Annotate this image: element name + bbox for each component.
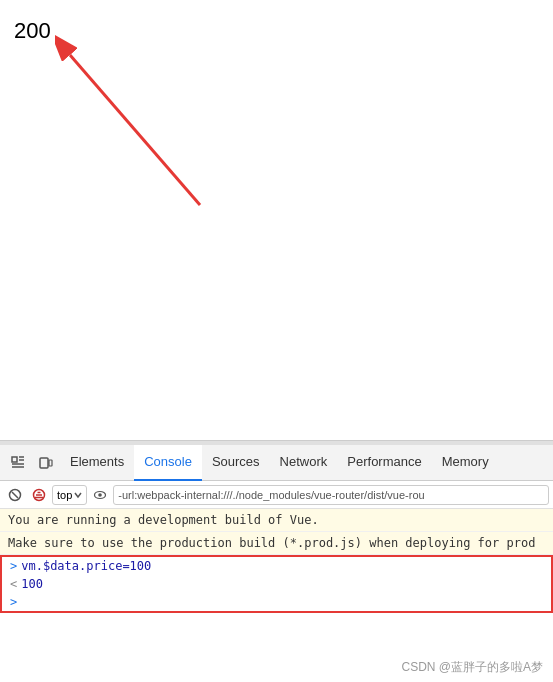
console-warning-2: Make sure to use the production build (*… [0, 532, 553, 555]
filter-icon[interactable] [28, 484, 50, 506]
console-output: You are running a development build of V… [0, 509, 553, 682]
console-interaction-box: > vm.$data.price=100 < 100 > [0, 555, 553, 613]
console-input-prompt: > [10, 559, 17, 573]
svg-rect-8 [49, 460, 52, 466]
console-input-line: > vm.$data.price=100 [2, 557, 551, 575]
console-cursor-line: > [2, 593, 551, 611]
console-output-line: < 100 [2, 575, 551, 593]
console-output-prompt: < [10, 577, 17, 591]
console-output-value: 100 [21, 577, 43, 591]
tab-elements[interactable]: Elements [60, 445, 134, 481]
red-arrow [55, 30, 215, 234]
devtools-panel: Elements Console Sources Network Perform… [0, 440, 553, 682]
number-display: 200 [14, 18, 51, 44]
svg-line-10 [12, 492, 18, 498]
main-content: 200 [0, 0, 553, 440]
svg-rect-7 [40, 458, 48, 468]
inspect-icon[interactable] [4, 449, 32, 477]
console-warning-1: You are running a development build of V… [0, 509, 553, 532]
chevron-down-icon [74, 491, 82, 499]
devtools-tab-bar: Elements Console Sources Network Perform… [0, 445, 553, 481]
watermark: CSDN @蓝胖子的多啦A梦 [401, 659, 543, 676]
device-icon[interactable] [32, 449, 60, 477]
url-filter-bar[interactable]: -url:webpack-internal:///./node_modules/… [113, 485, 549, 505]
svg-line-1 [70, 55, 200, 205]
console-toolbar: top -url:webpack-internal:///./node_modu… [0, 481, 553, 509]
svg-point-16 [98, 493, 102, 497]
tab-sources[interactable]: Sources [202, 445, 270, 481]
tab-memory[interactable]: Memory [432, 445, 499, 481]
console-cursor-prompt: > [10, 595, 17, 609]
tab-console[interactable]: Console [134, 445, 202, 481]
svg-rect-2 [12, 457, 17, 462]
eye-icon[interactable] [89, 484, 111, 506]
context-value: top [57, 489, 72, 501]
console-input-code: vm.$data.price=100 [21, 559, 151, 573]
clear-console-icon[interactable] [4, 484, 26, 506]
context-selector[interactable]: top [52, 485, 87, 505]
tab-performance[interactable]: Performance [337, 445, 431, 481]
tab-network[interactable]: Network [270, 445, 338, 481]
